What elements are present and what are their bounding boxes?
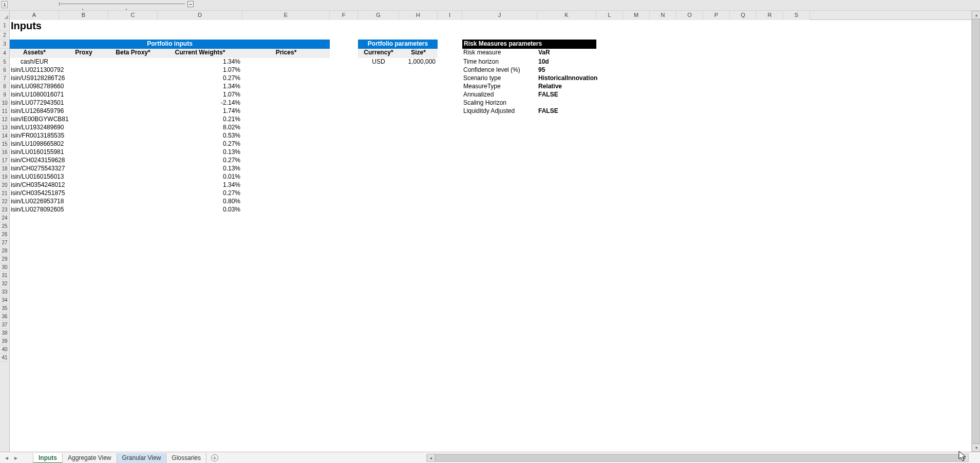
proxy-cell[interactable] (59, 99, 108, 107)
cell[interactable] (399, 198, 438, 206)
price-cell[interactable] (242, 206, 330, 214)
cell[interactable] (358, 91, 399, 99)
beta-proxy-cell[interactable] (108, 115, 158, 124)
cell[interactable] (399, 140, 438, 148)
cell[interactable] (358, 115, 399, 124)
v-scroll-track[interactable] (972, 19, 980, 443)
asset-cell[interactable]: isin/LU0226953718 (10, 198, 59, 206)
row-header-10[interactable]: 10 (0, 99, 9, 107)
cell[interactable] (399, 91, 438, 99)
asset-cell[interactable]: isin/CH0354251875 (10, 189, 59, 198)
weight-cell[interactable]: 0.21% (158, 115, 242, 124)
weight-cell[interactable]: 0.01% (158, 173, 242, 181)
asset-cell[interactable]: isin/LU0160156013 (10, 173, 59, 181)
column-header-B[interactable]: B (59, 11, 108, 20)
v-scroll-thumb[interactable] (972, 19, 980, 443)
weight-cell[interactable]: 0.80% (158, 198, 242, 206)
proxy-cell[interactable] (59, 74, 108, 83)
asset-cell[interactable]: cash/EUR (10, 58, 59, 66)
cell[interactable] (399, 74, 438, 83)
cell[interactable] (399, 157, 438, 165)
cell[interactable] (399, 173, 438, 181)
cell[interactable] (399, 206, 438, 214)
column-header-O[interactable]: O (676, 11, 703, 20)
risk-value[interactable]: Relative (537, 83, 596, 91)
row-header-32[interactable]: 32 (0, 280, 9, 288)
price-cell[interactable] (242, 198, 330, 206)
price-cell[interactable] (242, 132, 330, 140)
risk-value[interactable]: FALSE (537, 107, 596, 115)
beta-proxy-cell[interactable] (108, 91, 158, 99)
h-scroll-track[interactable] (435, 454, 960, 462)
beta-proxy-cell[interactable] (108, 165, 158, 173)
tab-next-button[interactable]: ▸ (11, 453, 21, 462)
price-cell[interactable] (242, 83, 330, 91)
weight-cell[interactable]: 1.07% (158, 91, 242, 99)
row-header-3[interactable]: 3 (0, 40, 9, 49)
scroll-right-button[interactable]: ▸ (960, 454, 969, 462)
proxy-cell[interactable] (59, 132, 108, 140)
weight-cell[interactable]: 0.27% (158, 140, 242, 148)
cell[interactable] (462, 198, 537, 206)
cell[interactable] (537, 206, 596, 214)
cell[interactable] (537, 165, 596, 173)
column-header-M[interactable]: M (623, 11, 650, 20)
scroll-left-button[interactable]: ◂ (427, 454, 435, 462)
add-sheet-button[interactable]: + (209, 453, 220, 463)
beta-proxy-cell[interactable] (108, 66, 158, 74)
row-header-6[interactable]: 6 (0, 66, 9, 74)
asset-cell[interactable]: isin/LU0982789660 (10, 83, 59, 91)
weight-cell[interactable]: 1.34% (158, 83, 242, 91)
column-header-K[interactable]: K (537, 11, 596, 20)
outline-collapse-button[interactable]: – (187, 1, 194, 7)
cell[interactable] (537, 140, 596, 148)
price-cell[interactable] (242, 124, 330, 132)
cell[interactable] (399, 189, 438, 198)
proxy-cell[interactable] (59, 181, 108, 189)
cell[interactable] (537, 148, 596, 157)
row-header-28[interactable]: 28 (0, 247, 9, 255)
cell[interactable] (358, 107, 399, 115)
tab-glossaries[interactable]: Glossaries (166, 453, 206, 464)
row-header-29[interactable]: 29 (0, 255, 9, 263)
cell[interactable] (399, 107, 438, 115)
proxy-cell[interactable] (59, 66, 108, 74)
row-header-16[interactable]: 16 (0, 148, 9, 157)
cell[interactable] (358, 189, 399, 198)
row-header-34[interactable]: 34 (0, 296, 9, 304)
beta-proxy-cell[interactable] (108, 99, 158, 107)
cell[interactable] (358, 173, 399, 181)
beta-proxy-cell[interactable] (108, 173, 158, 181)
cell[interactable] (462, 124, 537, 132)
beta-proxy-cell[interactable] (108, 58, 158, 66)
column-header-P[interactable]: P (703, 11, 730, 20)
cell[interactable] (358, 165, 399, 173)
price-cell[interactable] (242, 189, 330, 198)
row-header-35[interactable]: 35 (0, 304, 9, 313)
tab-prev-button[interactable]: ◂ (2, 453, 11, 462)
column-header-A[interactable]: A (10, 11, 59, 20)
weight-cell[interactable]: 0.53% (158, 132, 242, 140)
cell[interactable] (399, 99, 438, 107)
column-header-E[interactable]: E (242, 11, 330, 20)
cell[interactable] (358, 99, 399, 107)
price-cell[interactable] (242, 115, 330, 124)
cell[interactable] (358, 181, 399, 189)
row-header-31[interactable]: 31 (0, 272, 9, 280)
row-header-7[interactable]: 7 (0, 74, 9, 83)
column-header-S[interactable]: S (783, 11, 810, 20)
row-header-30[interactable]: 30 (0, 263, 9, 272)
proxy-cell[interactable] (59, 115, 108, 124)
size-value[interactable]: 1,000,000 (399, 58, 438, 66)
row-header-19[interactable]: 19 (0, 173, 9, 181)
cell[interactable] (537, 181, 596, 189)
cell[interactable] (358, 83, 399, 91)
proxy-cell[interactable] (59, 58, 108, 66)
beta-proxy-cell[interactable] (108, 107, 158, 115)
weight-cell[interactable]: 1.74% (158, 107, 242, 115)
cell[interactable] (399, 124, 438, 132)
risk-value[interactable]: FALSE (537, 91, 596, 99)
risk-value[interactable]: VaR (537, 49, 596, 58)
risk-value[interactable]: HistoricalInnovation (537, 74, 596, 83)
asset-cell[interactable]: isin/CH0243159628 (10, 157, 59, 165)
